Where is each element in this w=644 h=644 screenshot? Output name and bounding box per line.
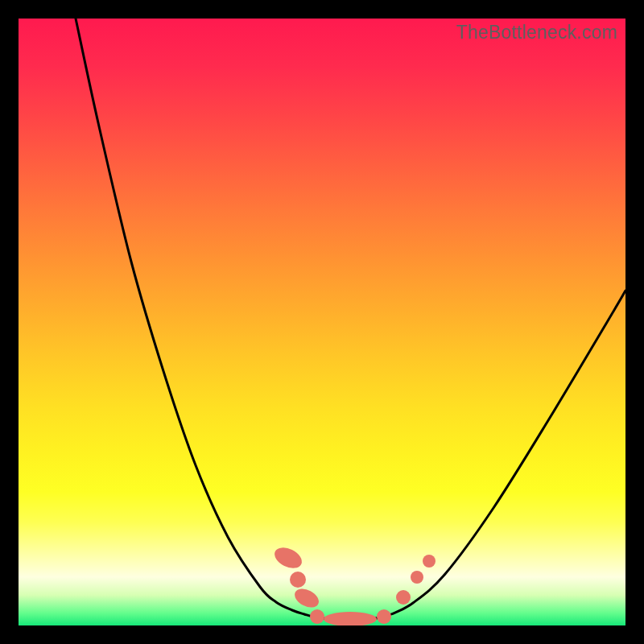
bottleneck-curve — [76, 19, 625, 619]
data-marker-1 — [290, 572, 306, 588]
data-marker-7 — [411, 571, 423, 584]
data-marker-2 — [291, 585, 322, 612]
curve-group — [76, 19, 625, 619]
data-marker-8 — [423, 555, 436, 568]
bottleneck-curve-svg — [19, 19, 625, 625]
data-marker-0 — [271, 543, 305, 572]
marker-group — [271, 543, 436, 625]
data-marker-5 — [377, 609, 391, 624]
chart-plot-area: TheBottleneck.com — [19, 19, 625, 625]
data-marker-6 — [396, 590, 411, 605]
data-marker-4 — [324, 612, 377, 625]
data-marker-3 — [310, 609, 324, 624]
